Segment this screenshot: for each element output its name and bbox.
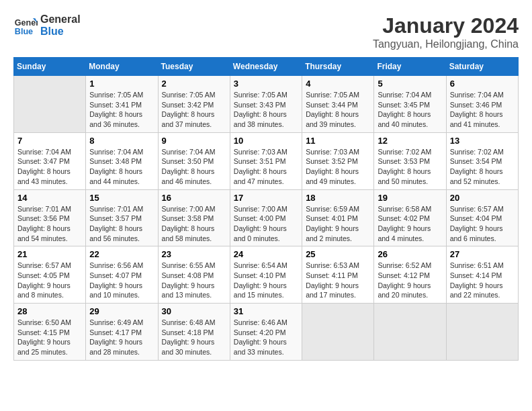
- calendar-body: 1Sunrise: 7:05 AM Sunset: 3:41 PM Daylig…: [14, 76, 519, 361]
- page-subtitle: Tangyuan, Heilongjiang, China: [373, 38, 519, 50]
- day-info: Sunrise: 6:57 AM Sunset: 4:05 PM Dayligh…: [17, 261, 82, 300]
- calendar-cell: 6Sunrise: 7:04 AM Sunset: 3:46 PM Daylig…: [446, 76, 518, 133]
- calendar-cell: 22Sunrise: 6:56 AM Sunset: 4:07 PM Dayli…: [86, 246, 158, 304]
- day-number: 9: [162, 136, 226, 146]
- calendar-cell: [374, 304, 446, 361]
- day-info: Sunrise: 6:50 AM Sunset: 4:15 PM Dayligh…: [17, 318, 82, 357]
- calendar-cell: 7Sunrise: 7:04 AM Sunset: 3:47 PM Daylig…: [14, 132, 86, 189]
- day-number: 27: [450, 249, 515, 259]
- calendar-cell: 31Sunrise: 6:46 AM Sunset: 4:20 PM Dayli…: [230, 304, 302, 361]
- calendar-week-1: 1Sunrise: 7:05 AM Sunset: 3:41 PM Daylig…: [14, 76, 519, 133]
- day-number: 10: [234, 136, 298, 146]
- day-number: 16: [162, 193, 226, 203]
- calendar-cell: 17Sunrise: 7:00 AM Sunset: 4:00 PM Dayli…: [230, 189, 302, 246]
- day-number: 14: [17, 193, 82, 203]
- calendar-cell: 5Sunrise: 7:04 AM Sunset: 3:45 PM Daylig…: [374, 76, 446, 133]
- calendar-cell: 18Sunrise: 6:59 AM Sunset: 4:01 PM Dayli…: [302, 189, 374, 246]
- calendar-cell: 16Sunrise: 7:00 AM Sunset: 3:58 PM Dayli…: [158, 189, 230, 246]
- calendar-cell: [446, 304, 518, 361]
- calendar-cell: 26Sunrise: 6:52 AM Sunset: 4:12 PM Dayli…: [374, 246, 446, 304]
- day-info: Sunrise: 7:00 AM Sunset: 4:00 PM Dayligh…: [234, 204, 298, 244]
- day-info: Sunrise: 7:04 AM Sunset: 3:48 PM Dayligh…: [89, 147, 154, 187]
- svg-text:Blue: Blue: [15, 27, 33, 36]
- day-info: Sunrise: 7:04 AM Sunset: 3:46 PM Dayligh…: [450, 90, 515, 130]
- calendar-cell: 10Sunrise: 7:03 AM Sunset: 3:51 PM Dayli…: [230, 132, 302, 189]
- day-number: 12: [378, 136, 442, 146]
- calendar-cell: 3Sunrise: 7:05 AM Sunset: 3:43 PM Daylig…: [230, 76, 302, 133]
- logo-line1: General: [40, 13, 81, 26]
- day-number: 28: [17, 306, 82, 316]
- calendar-cell: 21Sunrise: 6:57 AM Sunset: 4:05 PM Dayli…: [14, 246, 86, 304]
- day-number: 13: [450, 136, 515, 146]
- day-number: 3: [234, 79, 298, 89]
- day-number: 17: [234, 193, 298, 203]
- day-info: Sunrise: 6:46 AM Sunset: 4:20 PM Dayligh…: [234, 318, 298, 357]
- calendar-cell: 2Sunrise: 7:05 AM Sunset: 3:42 PM Daylig…: [158, 76, 230, 133]
- day-info: Sunrise: 7:03 AM Sunset: 3:51 PM Dayligh…: [234, 147, 298, 187]
- col-sunday: Sunday: [14, 58, 86, 76]
- logo-line2: Blue: [40, 26, 81, 38]
- day-number: 8: [89, 136, 154, 146]
- day-number: 26: [378, 249, 442, 259]
- day-info: Sunrise: 6:54 AM Sunset: 4:10 PM Dayligh…: [234, 261, 298, 300]
- day-number: 22: [89, 249, 154, 259]
- day-info: Sunrise: 6:53 AM Sunset: 4:11 PM Dayligh…: [306, 261, 370, 300]
- day-number: 2: [162, 79, 226, 89]
- day-info: Sunrise: 7:02 AM Sunset: 3:53 PM Dayligh…: [378, 147, 442, 187]
- calendar-cell: 30Sunrise: 6:48 AM Sunset: 4:18 PM Dayli…: [158, 304, 230, 361]
- calendar-cell: 15Sunrise: 7:01 AM Sunset: 3:57 PM Dayli…: [86, 189, 158, 246]
- day-number: 21: [17, 249, 82, 259]
- col-monday: Monday: [86, 58, 158, 76]
- calendar-cell: [14, 76, 86, 133]
- day-number: 25: [306, 249, 370, 259]
- title-area: January 2024 Tangyuan, Heilongjiang, Chi…: [373, 13, 519, 50]
- day-number: 6: [450, 79, 515, 89]
- day-info: Sunrise: 7:01 AM Sunset: 3:57 PM Dayligh…: [89, 204, 154, 244]
- calendar-cell: 4Sunrise: 7:05 AM Sunset: 3:44 PM Daylig…: [302, 76, 374, 133]
- calendar-cell: 23Sunrise: 6:55 AM Sunset: 4:08 PM Dayli…: [158, 246, 230, 304]
- calendar-header: Sunday Monday Tuesday Wednesday Thursday…: [14, 58, 519, 76]
- calendar-cell: 9Sunrise: 7:04 AM Sunset: 3:50 PM Daylig…: [158, 132, 230, 189]
- calendar-cell: 27Sunrise: 6:51 AM Sunset: 4:14 PM Dayli…: [446, 246, 518, 304]
- day-number: 7: [17, 136, 82, 146]
- day-number: 15: [89, 193, 154, 203]
- col-tuesday: Tuesday: [158, 58, 230, 76]
- day-number: 31: [234, 306, 298, 316]
- day-number: 11: [306, 136, 370, 146]
- day-info: Sunrise: 6:56 AM Sunset: 4:07 PM Dayligh…: [89, 261, 154, 300]
- day-info: Sunrise: 7:05 AM Sunset: 3:42 PM Dayligh…: [162, 90, 226, 130]
- calendar-cell: 13Sunrise: 7:02 AM Sunset: 3:54 PM Dayli…: [446, 132, 518, 189]
- calendar-cell: 1Sunrise: 7:05 AM Sunset: 3:41 PM Daylig…: [86, 76, 158, 133]
- calendar-week-3: 14Sunrise: 7:01 AM Sunset: 3:56 PM Dayli…: [14, 189, 519, 246]
- day-number: 5: [378, 79, 442, 89]
- day-info: Sunrise: 7:04 AM Sunset: 3:47 PM Dayligh…: [17, 147, 82, 187]
- day-info: Sunrise: 6:59 AM Sunset: 4:01 PM Dayligh…: [306, 204, 370, 244]
- day-info: Sunrise: 7:03 AM Sunset: 3:52 PM Dayligh…: [306, 147, 370, 187]
- day-info: Sunrise: 7:00 AM Sunset: 3:58 PM Dayligh…: [162, 204, 226, 244]
- day-info: Sunrise: 7:01 AM Sunset: 3:56 PM Dayligh…: [17, 204, 82, 244]
- calendar-week-4: 21Sunrise: 6:57 AM Sunset: 4:05 PM Dayli…: [14, 246, 519, 304]
- header-row: Sunday Monday Tuesday Wednesday Thursday…: [14, 58, 519, 76]
- day-info: Sunrise: 7:05 AM Sunset: 3:43 PM Dayligh…: [234, 90, 298, 130]
- day-info: Sunrise: 6:55 AM Sunset: 4:08 PM Dayligh…: [162, 261, 226, 300]
- calendar-cell: 14Sunrise: 7:01 AM Sunset: 3:56 PM Dayli…: [14, 189, 86, 246]
- header: General Blue General Blue January 2024 T…: [13, 13, 519, 50]
- calendar-cell: 8Sunrise: 7:04 AM Sunset: 3:48 PM Daylig…: [86, 132, 158, 189]
- day-number: 1: [89, 79, 154, 89]
- day-number: 20: [450, 193, 515, 203]
- day-info: Sunrise: 6:52 AM Sunset: 4:12 PM Dayligh…: [378, 261, 442, 300]
- calendar-cell: [302, 304, 374, 361]
- day-number: 29: [89, 306, 154, 316]
- calendar-cell: 24Sunrise: 6:54 AM Sunset: 4:10 PM Dayli…: [230, 246, 302, 304]
- calendar-cell: 11Sunrise: 7:03 AM Sunset: 3:52 PM Dayli…: [302, 132, 374, 189]
- col-friday: Friday: [374, 58, 446, 76]
- calendar-week-2: 7Sunrise: 7:04 AM Sunset: 3:47 PM Daylig…: [14, 132, 519, 189]
- logo: General Blue General Blue: [13, 13, 81, 38]
- day-info: Sunrise: 7:04 AM Sunset: 3:45 PM Dayligh…: [378, 90, 442, 130]
- day-info: Sunrise: 6:49 AM Sunset: 4:17 PM Dayligh…: [89, 318, 154, 357]
- calendar-week-5: 28Sunrise: 6:50 AM Sunset: 4:15 PM Dayli…: [14, 304, 519, 361]
- day-number: 30: [162, 306, 226, 316]
- day-number: 19: [378, 193, 442, 203]
- page-title: January 2024: [373, 13, 519, 38]
- day-info: Sunrise: 6:58 AM Sunset: 4:02 PM Dayligh…: [378, 204, 442, 244]
